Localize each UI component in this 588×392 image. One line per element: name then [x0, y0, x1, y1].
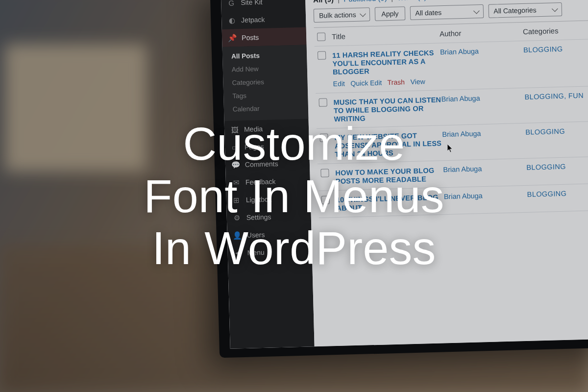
- apply-button[interactable]: Apply: [375, 6, 405, 21]
- post-author-link[interactable]: Brian Abuga: [441, 93, 524, 103]
- sidebar-item-label: Site Kit: [241, 0, 263, 6]
- sidebar-item-label: Comments: [245, 160, 278, 169]
- action-edit[interactable]: Edit: [333, 79, 345, 88]
- post-title-link[interactable]: MUSIC THAT YOU CAN LISTEN TO WHILE BLOGG…: [333, 96, 441, 123]
- col-categories[interactable]: Categories: [523, 25, 588, 36]
- sidebar-item-jetpack[interactable]: ◐ Jetpack: [221, 10, 306, 29]
- row-checkbox[interactable]: [321, 196, 330, 204]
- categories-select[interactable]: All Categories: [488, 2, 562, 18]
- sidebar-item-label: Feedback: [245, 177, 276, 186]
- post-title-link[interactable]: MY NEW WEBSITE GOT ADSENSE APPROVAL IN L…: [334, 132, 441, 158]
- users-icon: 👤: [233, 231, 242, 240]
- sidebar-sub-calendar[interactable]: Calendar: [224, 100, 309, 116]
- post-title-link[interactable]: HOW TO MAKE YOUR BLOG POSTS MORE READABL…: [335, 167, 434, 185]
- row-actions: Edit Quick Edit Trash View: [333, 77, 441, 88]
- post-categories-link[interactable]: BLOGGING, FUN: [524, 91, 588, 101]
- sidebar-item-label: Users: [247, 231, 265, 239]
- feedback-icon: ✉: [232, 178, 241, 187]
- gear-icon: ⚙: [233, 213, 242, 222]
- post-categories-link[interactable]: BLOGGING: [523, 44, 588, 54]
- sidebar-item-label: Lightbox: [246, 195, 272, 203]
- filter-all[interactable]: All (9): [313, 0, 336, 4]
- post-title-link[interactable]: 10 THINGS I'LL NEVER BLOG ABOUT: [336, 194, 439, 212]
- media-icon: 🖼: [230, 125, 239, 134]
- sidebar-item-media[interactable]: 🖼 Media: [224, 119, 309, 138]
- row-checkbox[interactable]: [320, 169, 329, 177]
- jetpack-icon: ◐: [227, 16, 236, 24]
- sidebar-item-label: Media: [244, 125, 263, 133]
- sidebar-item-label: Settings: [246, 213, 271, 221]
- sidebar-item-label: Menu: [247, 248, 264, 257]
- col-author[interactable]: Author: [440, 27, 523, 38]
- action-quick-edit[interactable]: Quick Edit: [350, 79, 382, 88]
- sidebar-item-lightbox[interactable]: ⊞ Lightbox: [226, 189, 311, 209]
- laptop-frame: G Site Kit ◐ Jetpack 📌 Posts All Posts A…: [210, 0, 588, 392]
- post-categories-link[interactable]: BLOGGING: [525, 126, 588, 136]
- filter-published[interactable]: Published (9): [343, 0, 389, 3]
- post-title-link[interactable]: 11 HARSH REALITY CHECKS YOU'LL ENCOUNTER…: [332, 49, 434, 76]
- col-title[interactable]: Title: [332, 29, 440, 41]
- post-categories-link[interactable]: BLOGGING: [527, 189, 588, 198]
- post-categories-link[interactable]: BLOGGING: [526, 162, 588, 172]
- posts-table: Title Author Categories 11 HARSH REALITY…: [314, 20, 588, 218]
- sidebar-item-label: Jetpack: [241, 16, 265, 24]
- table-row: 11 HARSH REALITY CHECKS YOU'LL ENCOUNTER…: [315, 39, 588, 94]
- sidebar-item-feedback[interactable]: ✉ Feedback: [225, 172, 310, 191]
- sidebar-item-posts[interactable]: 📌 Posts: [222, 27, 307, 47]
- pages-icon: ▭: [231, 143, 240, 151]
- wp-sidebar: G Site Kit ◐ Jetpack 📌 Posts All Posts A…: [221, 0, 315, 349]
- sidebar-item-label: Pages: [245, 143, 264, 151]
- sidebar-item-pages[interactable]: ▭ Pages: [225, 136, 310, 156]
- action-view[interactable]: View: [410, 77, 425, 86]
- row-checkbox[interactable]: [318, 51, 326, 59]
- sidebar-item-label: Posts: [242, 33, 259, 42]
- wp-main-panel: All (9) | Published (9) | Trash (2) Bulk…: [305, 0, 588, 346]
- dates-select[interactable]: All dates: [410, 4, 484, 20]
- sitekit-icon: G: [227, 0, 236, 7]
- lightbox-icon: ⊞: [232, 196, 241, 204]
- sidebar-collapse-menu[interactable]: ◀ Menu: [227, 242, 312, 262]
- row-checkbox[interactable]: [319, 133, 328, 142]
- wp-admin-screen: G Site Kit ◐ Jetpack 📌 Posts All Posts A…: [221, 0, 588, 349]
- post-author-link[interactable]: Brian Abuga: [443, 164, 526, 173]
- post-author-link[interactable]: Brian Abuga: [442, 128, 525, 138]
- sidebar-item-settings[interactable]: ⚙ Settings: [226, 207, 311, 226]
- collapse-icon: ◀: [233, 248, 242, 257]
- post-author-link[interactable]: Brian Abuga: [440, 46, 523, 56]
- row-checkbox[interactable]: [318, 98, 327, 106]
- sidebar-item-users[interactable]: 👤 Users: [227, 224, 312, 244]
- pin-icon: 📌: [228, 33, 237, 42]
- post-author-link[interactable]: Brian Abuga: [444, 191, 527, 200]
- sidebar-item-comments[interactable]: 💬 Comments: [225, 154, 310, 173]
- select-all-checkbox[interactable]: [317, 32, 325, 41]
- comments-icon: 💬: [231, 160, 240, 169]
- filter-trash[interactable]: Trash (2): [397, 0, 427, 2]
- action-trash[interactable]: Trash: [387, 78, 405, 86]
- sidebar-submenu-posts: All Posts Add New Categories Tags Calend…: [222, 45, 309, 121]
- bulk-actions-select[interactable]: Bulk actions: [314, 7, 370, 23]
- background-box: [5, 44, 147, 172]
